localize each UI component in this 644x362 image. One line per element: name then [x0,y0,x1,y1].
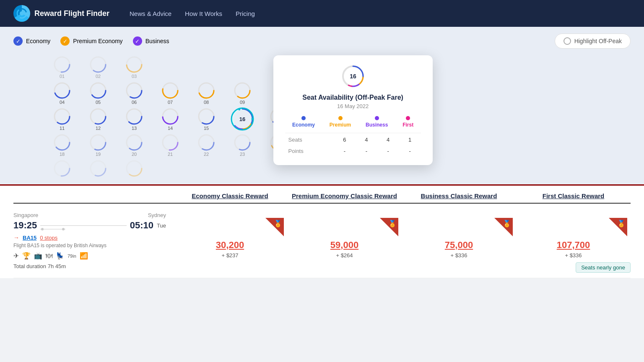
business-legend-label: Business [366,122,388,128]
calendar-section: ✓ Economy ✓ Premium Economy ✓ Business H… [0,27,644,184]
economy-seats: 6 [334,133,356,146]
calendar-wrapper: 01 02 03 04 05 06 [13,55,631,178]
business-banner: 🏅 [494,218,513,236]
economy-banner: 🏅 [265,218,284,236]
cal-cell-06[interactable]: 06 [117,81,151,105]
filter-row: ✓ Economy ✓ Premium Economy ✓ Business H… [13,34,631,49]
cal-spacer5 [13,159,43,178]
cal-cell-22[interactable]: 22 [190,133,223,157]
first-points-tt: - [399,145,421,157]
premium-tax: + $264 [291,252,398,259]
radio-icon [564,37,571,45]
flight-number[interactable]: BA15 [23,235,36,241]
logo-icon [13,5,30,22]
cal-cell-15[interactable]: 15 [190,107,223,131]
tooltip-date: 16 May 2022 [285,103,421,109]
premium-banner: 🏅 [380,218,398,236]
cal-cell-02[interactable]: 02 [81,55,115,79]
cal-spacer2 [13,81,43,105]
svg-point-71 [62,228,65,230]
svg-text:16: 16 [239,116,245,122]
first-dot [406,116,410,120]
cal-cell-03[interactable]: 03 [117,55,151,79]
first-tax: + $336 [519,252,627,259]
cal-cell-09[interactable]: 09 [226,81,259,105]
results-panel: Economy Classic Reward Premium Economy C… [0,184,644,278]
premium-points-amount[interactable]: 59,000 [291,240,398,251]
highlight-off-peak-button[interactable]: Highlight Off-Peak [555,34,631,49]
nav-how-it-works[interactable]: How It Works [185,10,222,17]
business-dot [375,116,379,120]
logo-text: Reward Flight Finder [34,9,109,18]
plane-icon: ✈ [13,252,19,260]
economy-col-header: Economy Classic Reward [173,192,287,199]
tooltip-ring: 16 [285,64,421,89]
svg-point-70 [41,228,44,230]
cal-cell-08[interactable]: 08 [190,81,223,105]
logo-area: Reward Flight Finder [13,5,109,22]
airline-arrow-icon: → [13,234,19,241]
cal-cell-r5-2[interactable] [81,159,115,178]
nav-news[interactable]: News & Advice [130,10,171,17]
economy-check-icon: ✓ [13,36,23,46]
economy-reward-cell: 🏅 30,200 + $237 [173,220,287,262]
cal-cell-13[interactable]: 13 [117,107,151,131]
business-reward-cell: 🏅 75,000 + $336 [402,220,516,262]
cal-cell-04[interactable]: 04 [45,81,79,105]
cal-cell-19[interactable]: 19 [81,133,115,157]
flight-icons: ✈ 🏆 📺 🍽 💺 79in 📶 [13,252,166,260]
business-col-header: Business Classic Reward [402,192,516,199]
svg-text:16: 16 [350,73,356,80]
first-col-header: First Classic Reward [516,192,631,199]
cal-cell-14[interactable]: 14 [153,107,187,131]
origin-city: Singapore [13,212,38,218]
cal-cell-16-selected[interactable]: 16 [226,107,259,131]
nav-links: News & Advice How It Works Pricing [130,10,255,17]
destination-city: Sydney [148,212,166,218]
cal-cell-r5-1[interactable] [45,159,79,178]
economy-filter[interactable]: ✓ Economy [13,36,50,46]
tooltip-legend: Economy Premium Business First [285,116,421,128]
premium-seats: 4 [356,133,377,146]
economy-dot [301,116,306,120]
cal-cell-12[interactable]: 12 [81,107,115,131]
seats-nearly-gone-badge: Seats nearly gone [576,262,631,273]
premium-reward-cell: 🏅 59,000 + $264 [287,220,402,262]
legend-economy: Economy [292,116,315,128]
cal-cell-11[interactable]: 11 [45,107,79,131]
business-tax: + $336 [405,252,513,259]
business-filter[interactable]: ✓ Business [133,36,169,46]
meal-icon: 🍽 [46,252,52,260]
cal-cell-20[interactable]: 20 [117,133,151,157]
svg-point-3 [20,11,24,16]
seat-num: 79in [68,253,76,259]
cal-cell-01[interactable]: 01 [45,55,79,79]
award-icon-premium: 🏅 [388,220,397,228]
business-seats: 4 [377,133,399,146]
premium-legend-label: Premium [330,122,351,128]
flight-times: 19:25 05:10 Tue [13,220,166,231]
points-label: Points [285,145,334,157]
economy-points-amount[interactable]: 30,200 [176,240,284,251]
nav-pricing[interactable]: Pricing [236,10,255,17]
premium-filter[interactable]: ✓ Premium Economy [60,36,122,46]
flight-row: Singapore Sydney 19:25 05:10 Tue → BA15 … [13,204,631,278]
cal-cell-05[interactable]: 05 [81,81,115,105]
first-points-amount[interactable]: 107,700 [519,240,627,251]
premium-points-tt: - [356,145,377,157]
cal-cell-23[interactable]: 23 [226,133,259,157]
cal-cell-07[interactable]: 07 [153,81,187,105]
legend-premium: Premium [330,116,351,128]
flight-description: Flight BA15 is operated by British Airwa… [13,243,166,248]
economy-tax: + $237 [176,252,284,259]
flight-route: Singapore Sydney [13,212,166,218]
business-points-amount[interactable]: 75,000 [405,240,513,251]
cal-cell-21[interactable]: 21 [153,133,187,157]
cal-cell-18b[interactable]: 18 [45,133,79,157]
seat-icon: 💺 [56,252,64,260]
cal-cell-r5-3[interactable] [117,159,151,178]
screen-icon: 📺 [34,252,42,260]
wifi-icon: 📶 [80,252,88,260]
first-legend-label: First [402,122,413,128]
stops-badge[interactable]: 0 stops [40,235,57,241]
